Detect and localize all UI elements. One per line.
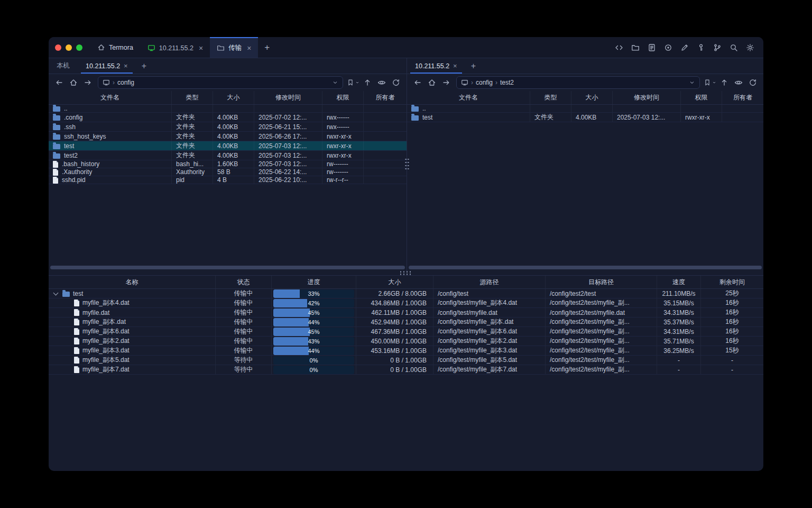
column-header-eta[interactable]: 剩余时间 — [701, 276, 763, 288]
column-header-owner[interactable]: 所有者 — [722, 91, 763, 104]
titlebar-tab-host[interactable]: 10.211.55.2 × — [141, 37, 210, 58]
column-header-type[interactable]: 类型 — [530, 91, 571, 104]
new-pane-tab-button[interactable]: + — [465, 58, 482, 74]
show-hidden-files-button[interactable] — [732, 76, 745, 89]
column-header-target-path[interactable]: 目标路径 — [546, 276, 657, 288]
back-button[interactable] — [411, 76, 424, 89]
close-window-button[interactable] — [55, 44, 61, 51]
column-header-speed[interactable]: 速度 — [657, 276, 701, 288]
file-row[interactable]: test 文件夹 4.00KB 2025-07-03 12:... rwxr-x… — [49, 141, 407, 151]
breadcrumb-segment[interactable]: test2 — [500, 79, 514, 86]
forward-button[interactable] — [440, 76, 453, 89]
file-row[interactable]: ssh_host_keys 文件夹 4.00KB 2025-06-26 17:.… — [49, 132, 407, 141]
new-window-tab-button[interactable]: + — [258, 37, 276, 58]
refresh-button[interactable] — [390, 76, 402, 89]
file-row[interactable]: .. — [49, 105, 407, 113]
splitter-grip-icon[interactable] — [404, 158, 409, 171]
parent-directory-button[interactable] — [718, 76, 731, 89]
app-home-tab[interactable]: Termora — [90, 37, 141, 58]
close-tab-icon[interactable]: × — [247, 44, 251, 52]
file-row[interactable]: .ssh 文件夹 4.00KB 2025-06-21 15:... rwx---… — [49, 122, 407, 132]
close-tab-icon[interactable]: × — [124, 62, 128, 70]
key-icon[interactable] — [696, 43, 706, 52]
file-owner — [364, 132, 407, 141]
column-header-size[interactable]: 大小 — [213, 91, 254, 104]
transfer-row[interactable]: myfile_副本.dat 传输中 44% 452.94MB / 1.00GB … — [49, 318, 763, 327]
horizontal-scrollbar[interactable] — [409, 266, 762, 269]
folder-icon[interactable] — [631, 43, 640, 52]
file-row[interactable]: .bash_history bash_hi... 1.60KB 2025-07-… — [49, 160, 407, 168]
vertical-splitter[interactable] — [407, 58, 407, 271]
horizontal-splitter[interactable] — [49, 271, 763, 275]
close-tab-icon[interactable]: × — [199, 44, 203, 52]
bookmark-button[interactable] — [347, 76, 359, 89]
column-header-type[interactable]: 类型 — [172, 91, 213, 104]
transfer-row[interactable]: myfile_副本5.dat 等待中 0% 0 B / 1.00GB /conf… — [49, 356, 763, 365]
transfer-row[interactable]: test 传输中 33% 2.66GB / 8.00GB /config/tes… — [49, 289, 763, 298]
minimize-window-button[interactable] — [66, 44, 72, 51]
column-header-size[interactable]: 大小 — [571, 91, 613, 104]
branch-icon[interactable] — [713, 43, 722, 52]
show-hidden-files-button[interactable] — [375, 76, 388, 89]
path-breadcrumb[interactable]: › config — [98, 76, 343, 89]
chevron-down-icon[interactable] — [689, 79, 695, 86]
file-row[interactable]: test2 文件夹 4.00KB 2025-07-03 12:... rwxr-… — [49, 151, 407, 160]
home-button[interactable] — [67, 76, 80, 89]
file-row[interactable]: .config 文件夹 4.00KB 2025-07-02 12:... rwx… — [49, 113, 407, 122]
transfer-target-path: /config/test2/test/myfile_副... — [546, 365, 657, 374]
home-button[interactable] — [426, 76, 438, 89]
log-icon[interactable] — [647, 43, 657, 52]
splitter-grip-icon[interactable] — [399, 271, 413, 276]
file-type: 文件夹 — [172, 122, 213, 131]
chevron-down-icon[interactable] — [332, 79, 338, 86]
parent-directory-button[interactable] — [361, 76, 374, 89]
settings-icon[interactable] — [745, 43, 755, 52]
file-row[interactable]: test 文件夹 4.00KB 2025-07-03 12:... rwxr-x… — [407, 113, 763, 122]
pane-tab[interactable]: 本机 × — [49, 58, 78, 74]
transfer-row[interactable]: myfile_副本7.dat 等待中 0% 0 B / 1.00GB /conf… — [49, 365, 763, 375]
progress-bar: 0% — [273, 366, 354, 374]
column-header-status[interactable]: 状态 — [216, 276, 272, 288]
pane-tab[interactable]: 10.211.55.2 × — [78, 58, 136, 74]
search-icon[interactable] — [729, 43, 739, 52]
refresh-button[interactable] — [746, 76, 759, 89]
breadcrumb-segment[interactable]: config — [476, 79, 493, 86]
expand-chevron-icon[interactable] — [53, 290, 58, 295]
column-header-name[interactable]: 名称 — [49, 276, 216, 288]
column-header-progress[interactable]: 进度 — [272, 276, 356, 288]
column-header-filename[interactable]: 文件名 — [49, 91, 172, 104]
column-header-mtime[interactable]: 修改时间 — [254, 91, 322, 104]
breadcrumb-segment[interactable]: config — [117, 79, 134, 86]
file-row[interactable]: .Xauthority Xauthority 58 B 2025-06-22 1… — [49, 168, 407, 176]
column-header-source-path[interactable]: 源路径 — [433, 276, 546, 288]
column-header-owner[interactable]: 所有者 — [364, 91, 407, 104]
forward-button[interactable] — [81, 76, 94, 89]
file-row[interactable]: .. — [407, 105, 763, 113]
file-row[interactable]: sshd.pid pid 4 B 2025-06-22 10:... rw-r-… — [49, 176, 407, 184]
path-breadcrumb[interactable]: › config › test2 — [456, 76, 700, 89]
transfer-row[interactable]: myfile_副本6.dat 传输中 45% 467.36MB / 1.00GB… — [49, 327, 763, 337]
transfer-row[interactable]: myfile_副本3.dat 传输中 44% 453.16MB / 1.00GB… — [49, 346, 763, 356]
code-icon[interactable] — [614, 43, 624, 52]
transfer-row[interactable]: myfile_副本2.dat 传输中 43% 450.00MB / 1.00GB… — [49, 337, 763, 346]
bookmark-button[interactable] — [704, 76, 716, 89]
new-pane-tab-button[interactable]: + — [136, 58, 152, 74]
scrollbar-thumb[interactable] — [50, 266, 405, 269]
pane-tab[interactable]: 10.211.55.2 × — [407, 58, 465, 74]
column-header-perm[interactable]: 权限 — [322, 91, 364, 104]
titlebar-tab-transfer[interactable]: 传输 × — [210, 37, 258, 58]
transfer-folder-icon — [217, 44, 225, 52]
back-button[interactable] — [53, 76, 66, 89]
column-header-mtime[interactable]: 修改时间 — [613, 91, 681, 104]
transfer-row[interactable]: myfile.dat 传输中 45% 462.11MB / 1.00GB /co… — [49, 308, 763, 318]
scrollbar-thumb[interactable] — [409, 266, 762, 269]
record-icon[interactable] — [663, 43, 673, 52]
column-header-perm[interactable]: 权限 — [681, 91, 722, 104]
zoom-window-button[interactable] — [76, 44, 82, 51]
transfer-row[interactable]: myfile_副本4.dat 传输中 42% 434.86MB / 1.00GB… — [49, 298, 763, 308]
column-header-size[interactable]: 大小 — [356, 276, 433, 288]
edit-icon[interactable] — [680, 43, 689, 52]
column-header-filename[interactable]: 文件名 — [407, 91, 530, 104]
horizontal-scrollbar[interactable] — [50, 266, 405, 269]
close-tab-icon[interactable]: × — [453, 62, 457, 70]
